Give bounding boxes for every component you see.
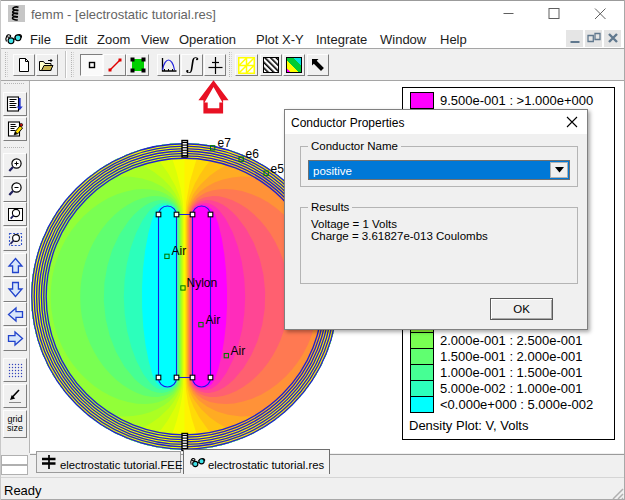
svg-text:e5: e5	[271, 162, 285, 176]
svg-text:Air: Air	[231, 344, 246, 358]
svg-text:Air: Air	[206, 313, 221, 327]
svg-text:Air: Air	[172, 244, 187, 258]
svg-text:Nylon: Nylon	[187, 276, 218, 290]
svg-text:e7: e7	[218, 136, 232, 150]
svg-text:e6: e6	[246, 147, 260, 161]
